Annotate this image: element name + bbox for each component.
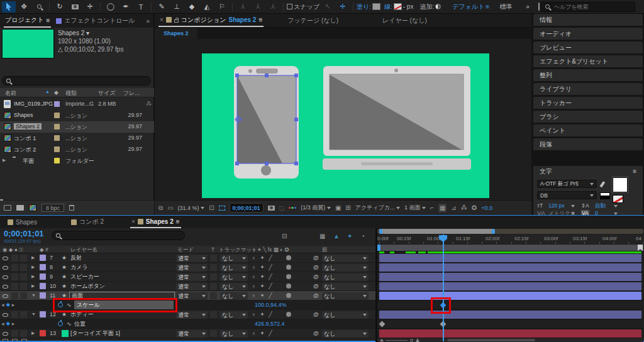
flowchart-icon[interactable]: ⧉	[158, 204, 163, 212]
col-type[interactable]: 種類	[65, 89, 77, 97]
snapshot-icon[interactable]	[268, 206, 275, 211]
panel-library[interactable]: ライブラリ	[533, 83, 643, 96]
comp-name[interactable]: Shapes 2 ▾	[58, 29, 123, 37]
expand-arrow[interactable]: ▶	[31, 282, 35, 290]
item-name[interactable]: Shapes	[14, 112, 33, 118]
phone-screen-layer[interactable]	[237, 75, 296, 163]
panel-menu-icon[interactable]: ≡	[633, 166, 636, 177]
laptop-layer[interactable]	[323, 66, 471, 170]
exposure-value[interactable]: +0.0	[481, 205, 492, 211]
work-area-bar[interactable]	[377, 245, 643, 251]
layer-switches[interactable]	[252, 272, 274, 281]
expand-arrow[interactable]: ▶	[31, 253, 35, 262]
item-name[interactable]: IMG_0109.JPG	[14, 101, 52, 107]
stroke-swatch[interactable]	[394, 3, 402, 10]
comp-subtab[interactable]: Shapes 2	[155, 28, 197, 39]
text-stroke-color-swatch[interactable]	[613, 195, 623, 203]
mask-toggle-icon[interactable]: ▣	[335, 204, 341, 211]
timeline-button-icon[interactable]: ⊿	[451, 204, 456, 211]
workspace-selector[interactable]: デフォルト	[452, 3, 484, 11]
item-name[interactable]: 平面	[23, 157, 34, 165]
layer-name[interactable]: スピーカー	[70, 272, 99, 281]
text-fill-color-swatch[interactable]	[613, 177, 628, 192]
add-label[interactable]: 追加:	[419, 3, 434, 11]
layer-name[interactable]: ホームボタン	[70, 282, 105, 290]
expand-arrow[interactable]: ▶	[31, 329, 35, 338]
layer-switches[interactable]	[252, 310, 274, 319]
property-name[interactable]: 位置	[74, 319, 86, 328]
brush-tool[interactable]: ✎	[155, 1, 169, 13]
eye-icon[interactable]	[3, 332, 8, 336]
graph-editor-toggle-icon[interactable]	[21, 339, 27, 342]
sort-ascending-icon[interactable]: ▲	[45, 89, 50, 94]
pickwhip-icon[interactable]: @	[313, 253, 319, 262]
label-chip[interactable]	[40, 264, 46, 270]
layer-bar[interactable]	[379, 311, 641, 319]
panel-tracker[interactable]: トラッカー	[533, 97, 643, 109]
rotate-tool[interactable]: ↻	[53, 1, 67, 13]
col-t[interactable]: T	[211, 246, 214, 253]
font-family-select[interactable]: A-OTF 新ゴ Pr5	[537, 180, 597, 188]
mode-select[interactable]: 通常	[176, 264, 208, 272]
eye-icon[interactable]	[3, 266, 8, 270]
add-menu-icon[interactable]	[435, 4, 441, 9]
project-search-box[interactable]	[2, 76, 151, 86]
shape-tool[interactable]: ◯	[104, 1, 118, 13]
pixel-aspect-icon[interactable]: ⌐	[430, 204, 434, 211]
tab-layer[interactable]: レイヤー (なし)	[381, 14, 428, 27]
keyframe-navigator[interactable]: ◀◆▶	[1, 319, 14, 328]
mode-select[interactable]: 通常	[176, 292, 208, 300]
motion-blur-toggle[interactable]	[286, 255, 291, 260]
mode-select[interactable]: 通常	[176, 330, 208, 338]
project-row-comp[interactable]: コンポ 1 ...ション 29.97	[0, 133, 154, 144]
close-icon[interactable]: ×	[160, 16, 164, 23]
tab-compo2[interactable]: コンポ 2	[70, 216, 105, 228]
help-search-box[interactable]	[541, 2, 635, 12]
show-snapshot-icon[interactable]: ◻	[279, 204, 284, 211]
layer-bar[interactable]	[379, 273, 641, 281]
new-comp-icon[interactable]	[29, 204, 36, 211]
keyframe-diamond-position[interactable]	[379, 321, 386, 328]
item-name[interactable]: コンポ 1	[14, 135, 36, 143]
panel-paint[interactable]: ペイント	[533, 124, 643, 137]
hide-shy-layers-icon[interactable]: ▲	[333, 233, 340, 240]
eraser-tool[interactable]: ◆	[185, 1, 199, 13]
viewer-timecode[interactable]: 0;00;01;01	[230, 203, 264, 212]
resolution-select[interactable]: (1/3 画質)	[301, 204, 331, 212]
zoom-tool[interactable]	[32, 1, 46, 13]
label-chip[interactable]	[54, 146, 60, 152]
panel-brushes[interactable]: ブラシ	[533, 111, 643, 123]
layer-row[interactable]: ▶ 13 [ターコイズ 平面 1] 通常 なし @ なし	[0, 329, 375, 338]
layer-row[interactable]: ▶ 9★ スピーカー 通常 なし @ なし	[0, 272, 375, 282]
parent-select[interactable]: なし	[322, 283, 369, 290]
layer-bar-solid[interactable]	[379, 329, 641, 338]
label-chip[interactable]	[54, 158, 60, 163]
tab-shapes2-active[interactable]: × Shapes 2 ≡	[130, 216, 181, 228]
fast-preview-icon[interactable]: ▦	[438, 204, 447, 212]
eye-icon[interactable]	[3, 313, 8, 317]
layout-select[interactable]: 1 画面	[404, 204, 426, 212]
text-tool[interactable]: T	[134, 1, 148, 13]
project-search-input[interactable]	[13, 77, 147, 85]
label-chip[interactable]	[40, 255, 46, 261]
timeline-search-input[interactable]	[63, 232, 180, 240]
next-keyframe-icon[interactable]: ▶	[12, 301, 15, 309]
comp-flowchart-icon[interactable]: ⁂	[461, 204, 467, 211]
label-chip[interactable]	[40, 311, 46, 317]
default-colors-swatch[interactable]	[600, 192, 610, 199]
panel-menu-icon[interactable]: ≡	[176, 218, 180, 225]
trkmat-select[interactable]: なし	[220, 283, 248, 290]
snap-target-icon[interactable]: ✛	[336, 1, 350, 13]
layer-switches[interactable]	[252, 263, 274, 272]
trkmat-select[interactable]: なし	[220, 292, 248, 300]
snap-options-icon[interactable]: ↖	[321, 1, 335, 13]
current-timecode[interactable]: 0;00;01;01	[4, 229, 44, 238]
camera-tool[interactable]	[68, 1, 82, 13]
motion-blur-toggle[interactable]	[286, 284, 291, 289]
view-select[interactable]: アクティブカ...	[355, 204, 400, 212]
pickwhip-icon[interactable]: @	[313, 329, 319, 338]
motion-blur-toggle[interactable]	[286, 293, 291, 298]
stroke-label[interactable]: 線:	[384, 3, 392, 11]
font-size-value[interactable]: 120 px	[548, 202, 565, 209]
motion-blur-toggle-icon[interactable]	[12, 339, 18, 342]
